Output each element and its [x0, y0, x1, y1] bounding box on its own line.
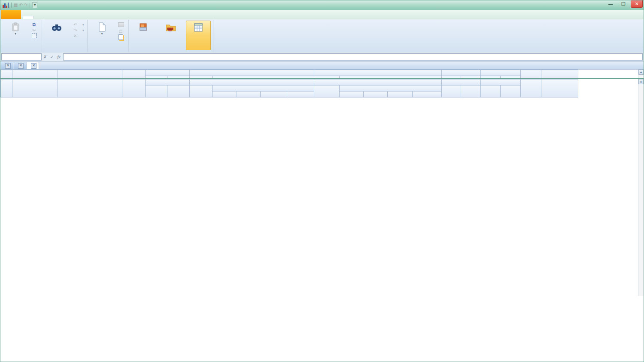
paste-button[interactable]: ▾: [3, 21, 28, 50]
scroll-up-icon[interactable]: ▲: [638, 70, 644, 75]
col-header-tz-vsego: [461, 85, 481, 97]
folder-icon: [118, 22, 124, 27]
ribbon-group-create: ▾ ▤: [88, 20, 129, 52]
save-icon[interactable]: ▦: [14, 3, 18, 7]
col-header-se-osn: [213, 91, 237, 97]
col-header-stoim: [190, 70, 314, 76]
col-header-obosn: [12, 79, 58, 97]
cut-button[interactable]: ✂: [30, 28, 39, 33]
doc-tab-ferp03[interactable]: ✕: [14, 62, 26, 69]
col-header-tzm: [481, 79, 521, 85]
enter-icon[interactable]: ✓: [49, 55, 55, 59]
col-header-kod: [541, 79, 578, 97]
close-icon[interactable]: ✕: [5, 63, 11, 69]
chevron-down-icon: ▾: [101, 33, 103, 35]
ribbon-group-modes: [129, 20, 213, 52]
col-header-ident: [521, 79, 541, 97]
ribbon-group-label: [131, 50, 211, 52]
paste-icon: [11, 22, 20, 32]
maximize-button[interactable]: ❐: [618, 0, 629, 7]
divider: [30, 3, 30, 8]
doc-tab-bc16[interactable]: ✕: [1, 62, 13, 69]
col-header-ident: [521, 70, 541, 79]
folder-button[interactable]: [117, 22, 126, 28]
col-header-kolvo: [146, 79, 190, 85]
col-header-num: [1, 70, 12, 79]
estimate-grid-back: ▲: [0, 70, 644, 79]
tab-execution[interactable]: [96, 16, 106, 19]
qat-dropdown-icon[interactable]: ▾: [32, 2, 37, 8]
chevron-down-icon: ▾: [15, 33, 16, 35]
tab-view[interactable]: [34, 16, 44, 19]
redo-icon[interactable]: ↷: [24, 3, 27, 7]
col-header-ed: [122, 70, 146, 79]
tab-resources[interactable]: [75, 16, 85, 19]
new-doc-icon: [98, 22, 106, 32]
col-header-obsh: [314, 79, 442, 85]
fx-icon[interactable]: fx: [55, 55, 62, 59]
tab-data[interactable]: [65, 16, 75, 19]
tab-physvolume[interactable]: [106, 16, 116, 19]
col-header-kod: [541, 70, 578, 79]
documents-mode-button[interactable]: [186, 21, 211, 50]
col-header-obsh: [314, 70, 442, 76]
col-header-tz: [442, 70, 481, 76]
col-header-os-mater: [413, 91, 442, 97]
tab-file[interactable]: [1, 10, 21, 19]
tab-expertise[interactable]: [85, 16, 96, 19]
copy-button[interactable]: ⧉: [30, 22, 39, 27]
divider: [11, 3, 12, 8]
undo-button[interactable]: ↶ ▾: [72, 22, 85, 27]
ribbon-group-editing: ↶ ▾ ↷ ▾ ✕: [42, 20, 88, 52]
file-button[interactable]: [117, 34, 126, 41]
col-header-naed: [146, 85, 167, 97]
estimate-grid: ▲: [0, 79, 644, 296]
search-button[interactable]: [44, 21, 69, 50]
ribbon-group-label: [3, 50, 39, 52]
documents-icon: [193, 22, 204, 33]
undo-icon[interactable]: ↶: [19, 3, 22, 7]
titlebar: ▦ ↶ ↷ ▾ — ❐ ✕: [0, 0, 644, 10]
ribbon-group-clipboard: ▾ ⧉ ✂: [1, 20, 42, 52]
select-all-icon: [32, 33, 37, 38]
doc-tab-dataxml[interactable]: ✕: [27, 62, 39, 69]
col-header-obosn: [12, 70, 58, 79]
name-box[interactable]: [1, 53, 42, 61]
redo-button[interactable]: ↷ ▾: [72, 28, 85, 33]
col-header-se-eksp: [237, 91, 261, 97]
copy-icon: ⧉: [31, 22, 37, 27]
chevron-down-icon: ▾: [82, 29, 84, 32]
formula-bar: ✗ ✓ fx: [0, 52, 644, 62]
database-icon: [138, 22, 149, 33]
col-header-ed: [122, 79, 146, 97]
close-button[interactable]: ✕: [631, 0, 643, 8]
close-icon[interactable]: ✕: [31, 63, 36, 69]
base-mode-button[interactable]: [131, 21, 156, 50]
vertical-scrollbar[interactable]: ▲: [638, 70, 644, 79]
col-header-os-vsego: [314, 85, 340, 97]
search-icon: [52, 22, 62, 32]
col-header-naimen: [58, 79, 122, 97]
minimize-button[interactable]: —: [605, 0, 616, 7]
objects-mode-button[interactable]: [158, 21, 183, 50]
estimate-button[interactable]: ▤: [117, 29, 126, 33]
vertical-scrollbar[interactable]: ▲: [638, 79, 644, 296]
col-header-stoim: [190, 79, 314, 85]
estimate-table-header: [0, 70, 578, 79]
formula-input[interactable]: [63, 53, 643, 61]
select-all-button[interactable]: [30, 33, 39, 39]
col-header-se-vsego: [190, 85, 213, 97]
create-button[interactable]: ▾: [90, 21, 115, 50]
close-icon[interactable]: ✕: [18, 63, 24, 69]
tab-document[interactable]: [44, 16, 55, 19]
scroll-up-icon[interactable]: ▲: [638, 79, 644, 84]
col-header-os-vtom: [340, 85, 442, 91]
delete-button[interactable]: ✕: [72, 33, 85, 38]
quick-access-toolbar[interactable]: ▦ ↶ ↷ ▾: [2, 0, 37, 10]
tab-selection[interactable]: [55, 16, 65, 19]
tab-home[interactable]: [23, 16, 34, 19]
col-header-os-zpmeh: [388, 91, 413, 97]
ribbon-group-label: [44, 50, 85, 52]
undo-icon: ↶: [73, 22, 78, 27]
cancel-icon[interactable]: ✗: [42, 55, 49, 59]
